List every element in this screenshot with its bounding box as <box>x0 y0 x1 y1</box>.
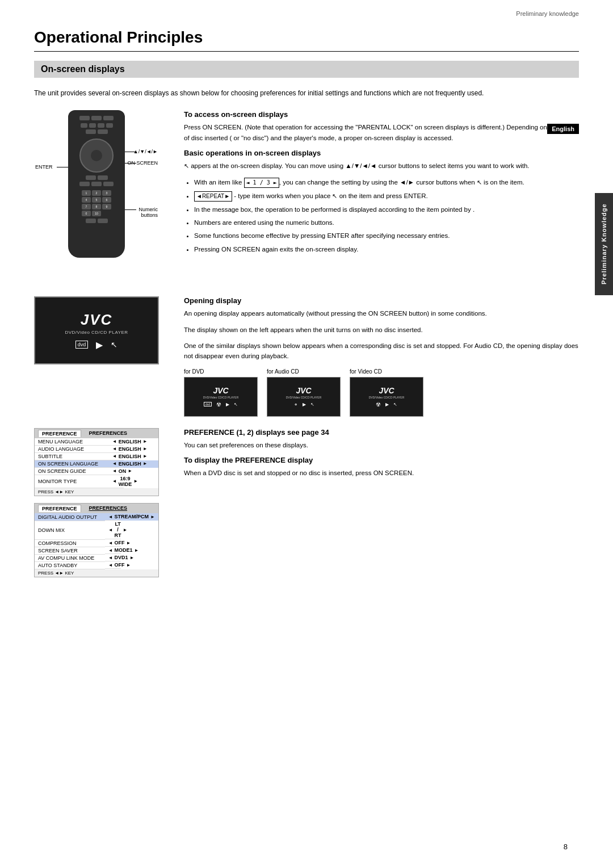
pref-heading: PREFERENCE (1, 2) displays see page 34 <box>184 428 579 437</box>
section-heading: On-screen displays <box>34 61 579 78</box>
jvc-icons-sm-vcd: ☢ ▶ ↖ <box>376 401 397 408</box>
remote-num-1: 1 <box>82 190 91 196</box>
preliminary-knowledge-label: Preliminary knowledge <box>516 10 579 17</box>
remote-btn <box>79 182 90 186</box>
jvc-icons-sm-acd: ⚬ ▶ ↖ <box>293 401 314 408</box>
pref2-label-4: SCREEN SAVER <box>35 547 105 554</box>
opening-body3: One of the similar displays shown below … <box>184 341 579 362</box>
pref-display-body: When a DVD disc is set and stopped or no… <box>184 468 579 478</box>
dvd-logo: dvd <box>75 341 89 349</box>
pref-section-right: PREFERENCE (1, 2) displays see page 34 Y… <box>184 428 579 584</box>
pref2-label-5: AV COMPU LINK MODE <box>35 554 105 561</box>
main-content: Operational Principles On-screen display… <box>34 0 579 584</box>
pref-label-3: SUBTITLE <box>35 453 109 460</box>
pref-label-5: ON SCREEN GUIDE <box>35 468 109 475</box>
pref2-label-3: COMPRESSION <box>35 539 105 547</box>
play-sm-vcd: ▶ <box>385 402 389 407</box>
enter-label: ENTER <box>35 164 53 170</box>
pref-body: You can set preferences on these display… <box>184 440 579 450</box>
play-sm-acd: ▶ <box>303 402 306 407</box>
remote-btn <box>86 129 96 134</box>
pref2-row-3: COMPRESSION ◄OFF► <box>35 539 158 547</box>
bullet-5: Some functions become effective by press… <box>194 230 579 241</box>
bullet-4: Numbers are entered using the numeric bu… <box>194 217 579 228</box>
remote-body: 1 2 3 4 5 6 7 8 9 0 10 <box>68 110 125 258</box>
remote-num-8: 8 <box>92 204 101 209</box>
pref-table-2: PREFERENCE PREFERENCES DIGITAL AUDIO OUT… <box>34 503 159 577</box>
jvc-icons-sm-dvd: dvd ☢ ▶ ↖ <box>204 401 238 408</box>
repeat-box: ◄REPEAT► <box>194 191 232 202</box>
pref-label-6: MONITOR TYPE <box>35 475 109 488</box>
remote-btn <box>98 219 108 223</box>
play-sm: ▶ <box>226 402 229 407</box>
remote-num-4: 4 <box>82 197 91 203</box>
pref2-row-6: AUTO STANDBY ◄OFF► <box>35 561 158 569</box>
remote-btn <box>86 219 96 223</box>
cursor-icon: ↖ <box>184 161 189 171</box>
jvc-logo-sm-acd: JVC <box>296 386 311 395</box>
remote-wrapper: ENTER ▲/▼/◄/► ON SCREEN Numeric buttons <box>34 110 159 280</box>
remote-btn <box>86 175 96 180</box>
remote-btn-sm <box>89 123 96 128</box>
cursor-icon-3: ↖ <box>332 191 337 202</box>
side-tab: Preliminary Knowledge <box>595 193 613 295</box>
item-box: ◄ 1 / 3 ► <box>244 178 279 188</box>
opening-heading: Opening display <box>184 296 579 305</box>
preference-section: PREFERENCE PREFERENCES MENU LANGUAGE ◄EN… <box>34 428 579 584</box>
dvd-logo-sm: dvd <box>204 402 212 406</box>
jvc-logo-sm-dvd: JVC <box>213 386 228 395</box>
remote-row4 <box>79 182 114 186</box>
pref2-value-4: ◄MODE1► <box>105 547 121 554</box>
bullet-2: ◄REPEAT► - type item works when you plac… <box>194 191 579 202</box>
pref-table-1-data: MENU LANGUAGE ◄ENGLISH► AUDIO LANGUAGE ◄… <box>35 438 158 489</box>
page-number: 8 <box>564 842 568 851</box>
jvc-subtitle: DVD/Video CD/CD PLAYER <box>65 330 128 335</box>
remote-num-2: 2 <box>92 190 101 196</box>
pref2-row-4: SCREEN SAVER ◄MODE1► <box>35 547 158 554</box>
remote-num-6: 6 <box>102 197 111 203</box>
pref2-label-2: DOWN MIX <box>35 521 105 539</box>
access-body: Press ON SCREEN. (Note that operation fo… <box>184 122 579 143</box>
remote-num-5: 5 <box>92 197 101 203</box>
pref-row-1: MENU LANGUAGE ◄ENGLISH► <box>35 438 158 446</box>
nav-circle <box>79 139 114 173</box>
pref-tables-col: PREFERENCE PREFERENCES MENU LANGUAGE ◄EN… <box>34 428 170 584</box>
opening-display-section: JVC DVD/Video CD/CD PLAYER dvd ▶ ↖ Openi… <box>34 296 579 417</box>
for-video-cd-label: for Video CD <box>350 368 382 375</box>
access-heading: To access on-screen displays <box>184 110 579 119</box>
bullet-6: Pressing ON SCREEN again exits the on-sc… <box>194 244 579 254</box>
remote-diagram-col: ENTER ▲/▼/◄/► ON SCREEN Numeric buttons <box>34 110 170 280</box>
pref-row-3: SUBTITLE ◄ENGLISH► <box>35 453 158 460</box>
pref-row-2: AUDIO LANGUAGE ◄ENGLISH► <box>35 446 158 453</box>
remote-btn <box>98 129 108 134</box>
jvc-small-box-acd: JVC DVD/Video CD/CD PLAYER ⚬ ▶ ↖ <box>267 377 341 417</box>
remote-btn-sm <box>98 123 104 128</box>
remote-row2 <box>86 129 108 134</box>
pref-row-6: MONITOR TYPE ◄16:9 WIDE► <box>35 475 158 488</box>
pref-table-1: PREFERENCE PREFERENCES MENU LANGUAGE ◄EN… <box>34 428 159 497</box>
pref-label-2: AUDIO LANGUAGE <box>35 446 109 453</box>
numeric-label: Numeric buttons <box>138 207 158 218</box>
remote-btn-sm <box>81 123 87 128</box>
pref-value-3: ◄ENGLISH► <box>109 453 124 460</box>
cursor-sm: ↖ <box>234 402 238 407</box>
jvc-icons-row: dvd ▶ ↖ <box>75 339 118 350</box>
display-dvd: for DVD JVC DVD/Video CD/CD PLAYER dvd ☢… <box>184 368 258 417</box>
chapter-title: Operational Principles <box>34 28 579 52</box>
jvc-subtitle-sm-dvd: DVD/Video CD/CD PLAYER <box>203 396 239 399</box>
pref-label-1: MENU LANGUAGE <box>35 438 109 446</box>
pref-table-2-data: DIGITAL AUDIO OUTPUT ◄STREAM/PCM► DOWN M… <box>35 513 158 569</box>
nav-label: ▲/▼/◄/► <box>133 149 158 154</box>
opening-body1: An opening display appears automatically… <box>184 308 579 318</box>
pref2-value-6: ◄OFF► <box>105 561 121 569</box>
cursor-sm-acd: ↖ <box>310 402 314 407</box>
pref2-label-1: DIGITAL AUDIO OUTPUT <box>35 513 105 521</box>
figure-icon: ☢ <box>216 401 221 408</box>
jvc-subtitle-sm-acd: DVD/Video CD/CD PLAYER <box>286 396 322 399</box>
remote-top-row <box>79 116 114 120</box>
english-badge: English <box>547 124 579 134</box>
pref2-value-3: ◄OFF► <box>105 539 121 547</box>
page: Preliminary knowledge English Preliminar… <box>0 0 613 868</box>
remote-num-0: 0 <box>82 211 91 216</box>
pref2-label-6: AUTO STANDBY <box>35 561 105 569</box>
